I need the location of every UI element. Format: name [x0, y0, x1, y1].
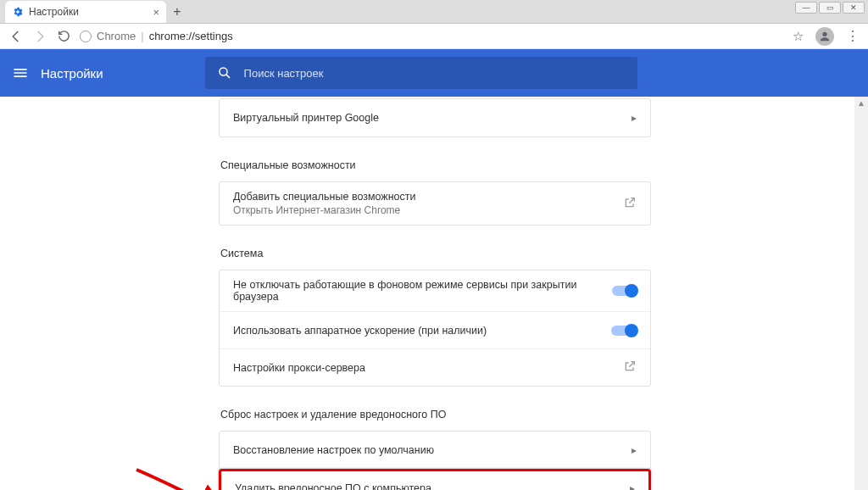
scroll-up-icon[interactable]: ▲ [854, 97, 868, 110]
omnibox[interactable]: Chrome | chrome://settings [80, 30, 784, 42]
search-input[interactable] [244, 67, 626, 80]
row-label: Виртуальный принтер Google [233, 112, 379, 124]
url-path: chrome://settings [149, 30, 233, 42]
new-tab-button[interactable]: + [166, 1, 188, 23]
svg-point-1 [220, 68, 227, 75]
close-icon[interactable]: × [153, 7, 159, 18]
scrollbar[interactable]: ▲ [854, 97, 868, 490]
chevron-right-icon: ▸ [632, 112, 637, 124]
bookmark-star-icon[interactable]: ☆ [793, 29, 804, 44]
reload-button[interactable] [56, 29, 71, 44]
row-label: Настройки прокси-сервера [233, 362, 365, 374]
menu-kebab-icon[interactable]: ⋮ [846, 28, 860, 44]
browser-tab[interactable]: Настройки × [5, 1, 166, 23]
chevron-right-icon: ▸ [630, 482, 635, 490]
page-title: Настройки [41, 66, 103, 81]
address-bar: Chrome | chrome://settings ☆ ⋮ [0, 24, 868, 49]
external-link-icon [623, 196, 637, 212]
chrome-icon [80, 31, 92, 42]
settings-content: ▲ Виртуальный принтер Google ▸ Специальн… [0, 97, 868, 490]
row-sublabel: Открыть Интернет-магазин Chrome [233, 204, 416, 216]
url-scheme: Chrome [97, 30, 136, 42]
card-system: Не отключать работающие в фоновом режиме… [219, 270, 651, 387]
section-system-title: Система [220, 248, 651, 259]
tab-strip: Настройки × + [0, 0, 868, 24]
row-background-apps[interactable]: Не отключать работающие в фоновом режиме… [220, 270, 650, 311]
toggle-on-icon[interactable] [612, 286, 637, 296]
gear-icon [12, 6, 24, 18]
profile-avatar[interactable] [815, 27, 834, 46]
section-accessibility-title: Специальные возможности [220, 159, 651, 171]
svg-point-0 [822, 31, 826, 36]
chevron-right-icon: ▸ [632, 444, 637, 456]
tab-title: Настройки [29, 6, 147, 18]
row-hardware-accel[interactable]: Использовать аппаратное ускорение (при н… [220, 311, 650, 348]
external-link-icon [623, 359, 637, 376]
window-maximize[interactable]: ▭ [819, 2, 841, 14]
row-cleanup-computer[interactable]: Удалить вредоносное ПО с компьютера ▸ [219, 469, 651, 490]
row-accessibility[interactable]: Добавить специальные возможности Открыть… [219, 181, 651, 226]
window-minimize[interactable]: — [795, 2, 817, 14]
window-controls: — ▭ ✕ [795, 0, 868, 15]
search-icon [217, 65, 232, 81]
forward-button[interactable] [32, 29, 47, 44]
row-reset-defaults[interactable]: Восстановление настроек по умолчанию ▸ [219, 431, 651, 470]
row-label: Использовать аппаратное ускорение (при н… [233, 325, 487, 337]
window-close[interactable]: ✕ [843, 2, 865, 14]
row-label: Удалить вредоносное ПО с компьютера [235, 482, 431, 490]
section-reset-title: Сброс настроек и удаление вредоносного П… [220, 409, 651, 420]
settings-search[interactable] [205, 57, 637, 89]
back-button[interactable] [8, 29, 24, 44]
row-label: Добавить специальные возможности [233, 191, 416, 203]
row-label: Восстановление настроек по умолчанию [233, 444, 434, 456]
row-cloud-print[interactable]: Виртуальный принтер Google ▸ [219, 98, 651, 137]
row-label: Не отключать работающие в фоновом режиме… [233, 279, 612, 303]
hamburger-menu[interactable] [0, 64, 41, 81]
row-proxy[interactable]: Настройки прокси-сервера [220, 348, 650, 386]
settings-header: Настройки [0, 49, 868, 97]
toggle-on-icon[interactable] [611, 326, 637, 336]
